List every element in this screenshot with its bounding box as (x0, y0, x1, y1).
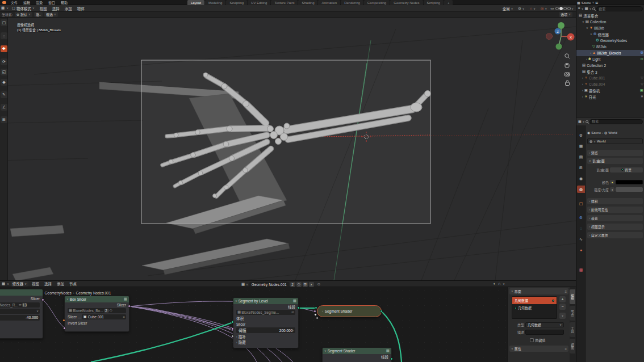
proportional-edit-dropdown[interactable]: ◎ ∨ (539, 6, 549, 11)
tab-physics[interactable]: ◌ (577, 225, 585, 232)
node-left-partial[interactable]: Slicer ...Nodes_R... ∞ 13 ∨ -40.000 (0, 289, 43, 339)
socket-box-slicer-out[interactable] (128, 305, 131, 308)
tab-node[interactable]: 节点 (570, 306, 575, 321)
menu-node[interactable]: 节点 (68, 281, 78, 287)
object-field[interactable]: ▣ Cube.001 × (82, 314, 126, 319)
socket-shader-out[interactable] (390, 357, 393, 360)
shading-solid-button[interactable] (559, 7, 563, 10)
tool-select-box[interactable]: ▢ (1, 19, 7, 26)
collapse-icon[interactable]: ∨ (324, 350, 327, 352)
breadcrumb-modifier[interactable]: GeometryNodes (45, 291, 72, 295)
outliner-row-camera[interactable]: › ▣ 摄像机 ▣ (576, 87, 644, 94)
expand-icon[interactable]: ∨ (582, 20, 584, 23)
panel-interpolate[interactable]: 插补 (239, 334, 246, 339)
tool-rotate[interactable]: ⟳ (1, 58, 7, 65)
orientation-dropdown[interactable]: 全局 ∨ (501, 6, 515, 11)
filter-icon[interactable]: ≡ (578, 7, 580, 11)
tool-annotate[interactable]: ✎ (1, 91, 7, 98)
pivot-dropdown[interactable]: ⊙ ∨ (516, 6, 526, 11)
node-box-slicer[interactable]: ∨ Box Slicer ▦ Slicer ▦ BloxelNodes_Bo..… (64, 296, 129, 332)
blender-logo-icon[interactable] (2, 1, 6, 4)
outliner-row-collection[interactable]: ∨ ▤ Collection (576, 19, 644, 25)
expand-icon[interactable]: › (582, 77, 583, 79)
tab-material[interactable]: ● (577, 246, 585, 254)
editor-type-icon[interactable]: ▦ (578, 120, 582, 123)
outliner-row-882kb-bloxels[interactable]: › ▲ 882kb_Bloxels ⚙ (576, 50, 644, 56)
arrow-left-icon[interactable]: › (238, 329, 239, 332)
viewport-3d[interactable]: X Z (0, 18, 576, 280)
collapse-icon[interactable]: › (322, 310, 323, 313)
outliner-row-scene-collection[interactable]: ▤ 场景集合 (576, 12, 644, 19)
tool-cursor[interactable]: ◌ (1, 32, 7, 39)
tab-object[interactable]: ▢ (577, 200, 585, 207)
socket-pill-in-3[interactable] (314, 313, 317, 316)
menu-add[interactable]: 添加 (55, 281, 66, 287)
node-group-field[interactable]: ▦ BloxelNodes_Bo... 2 ◇ (68, 308, 126, 313)
properties-search-input[interactable] (589, 119, 643, 124)
outliner-row-light[interactable]: › ✱ Light ⊙ (576, 56, 644, 62)
outliner-row-cube-001[interactable]: › ▼ Cube.001 ▽ (576, 75, 644, 81)
snap-dropdown[interactable]: ∩ ∨ (528, 6, 537, 11)
socket-pill-in-1[interactable] (315, 306, 317, 309)
tab-world[interactable]: ◍ (577, 186, 585, 193)
tab-scene[interactable]: ◉ (577, 175, 585, 182)
tab-tool[interactable]: 工具 (570, 322, 575, 337)
expand-icon[interactable]: › (582, 83, 583, 86)
user-count-badge[interactable]: 2 (290, 282, 295, 287)
tab-view-layer[interactable]: ⊞ (577, 164, 585, 171)
view-layer-icon[interactable]: ⊞ (595, 1, 598, 5)
menu-window[interactable]: 窗口 (45, 0, 58, 5)
interface-item-input[interactable]: 几何数据 (512, 304, 557, 312)
menu-view[interactable]: 视图 (30, 281, 41, 287)
breadcrumb-scene[interactable]: Scene (591, 131, 601, 134)
tab-texture-paint[interactable]: Texture Paint (271, 0, 298, 5)
node-tree-icon[interactable]: ▦ (241, 283, 245, 287)
editor-type-icon[interactable]: ▦ (2, 282, 5, 286)
node-header[interactable]: ∨ Segment by Level ▦ (233, 298, 298, 304)
tool-add-cube[interactable]: ⊞ (1, 116, 7, 123)
tab-view[interactable]: 视图 (570, 339, 575, 353)
socket-pill-out[interactable] (380, 310, 383, 313)
outliner-row-cube-004[interactable]: › ▼ Cube.004 ▽ (576, 81, 644, 87)
outliner-row-collection-2[interactable]: ▤ Collection 2 (576, 62, 644, 69)
socket-menu-button[interactable]: ∨ (559, 313, 566, 319)
orientation-setting-dropdown[interactable]: ⚙ 默认 ∨ (15, 12, 32, 17)
user-count-badge[interactable]: 13 (22, 303, 27, 307)
menu-render[interactable]: 渲染 (33, 0, 45, 5)
menu-select[interactable]: 选择 (51, 6, 61, 11)
drag-setting-button[interactable]: 拖.. (34, 12, 43, 17)
panel-preview[interactable]: › 预览 (587, 150, 643, 156)
panel-menu-icon[interactable]: ≡ (564, 347, 567, 351)
collapse-icon[interactable]: ∨ (66, 298, 69, 301)
tool-measure[interactable]: ∠ (1, 104, 7, 111)
strength-field[interactable] (616, 187, 643, 192)
tab-constraints[interactable]: ∿ (577, 235, 585, 243)
shield-icon[interactable]: ◇ (110, 309, 112, 313)
tab-render[interactable]: ▦ (577, 142, 585, 150)
mode-dropdown[interactable]: ▢ 物体模式 ∨ (10, 6, 36, 11)
collapse-icon[interactable]: ∨ (235, 300, 237, 302)
color-input-icon[interactable]: ● (610, 180, 614, 184)
tab-layout[interactable]: Layout (187, 0, 204, 5)
xray-toggle[interactable]: ▭ (550, 7, 554, 11)
socket-slicer-out[interactable] (41, 298, 44, 301)
link-icon[interactable]: ∞ (291, 310, 294, 314)
color-swatch[interactable] (616, 180, 643, 184)
description-field[interactable] (525, 330, 564, 335)
menu-add[interactable]: 添加 (63, 6, 74, 11)
modifier-badge-icon[interactable]: ⚙ (640, 51, 643, 55)
socket-segments-out[interactable] (297, 306, 300, 309)
node-header[interactable]: ∨ Box Slicer ▦ (65, 296, 129, 302)
shading-material-button[interactable] (563, 7, 567, 10)
scene-selector[interactable]: ▦ Scene ∨ ⊞ (577, 0, 598, 5)
menu-edit[interactable]: 编辑 (20, 0, 33, 5)
pin-icon[interactable]: ⊙ (317, 283, 320, 287)
menu-file[interactable]: 文件 (8, 0, 20, 5)
tab-modeling[interactable]: Modeling (205, 0, 225, 5)
socket-pill-in-2[interactable] (313, 310, 316, 313)
expand-icon[interactable]: › (582, 95, 583, 98)
breadcrumb-world[interactable]: World (608, 131, 617, 134)
tab-uv-editing[interactable]: UV Editing (248, 0, 270, 5)
outliner-search-input[interactable] (596, 6, 643, 11)
node-segment-by-level[interactable]: ∨ Segment by Level ▦ 线段 ▦ BloxelNodes_Se… (233, 297, 299, 348)
